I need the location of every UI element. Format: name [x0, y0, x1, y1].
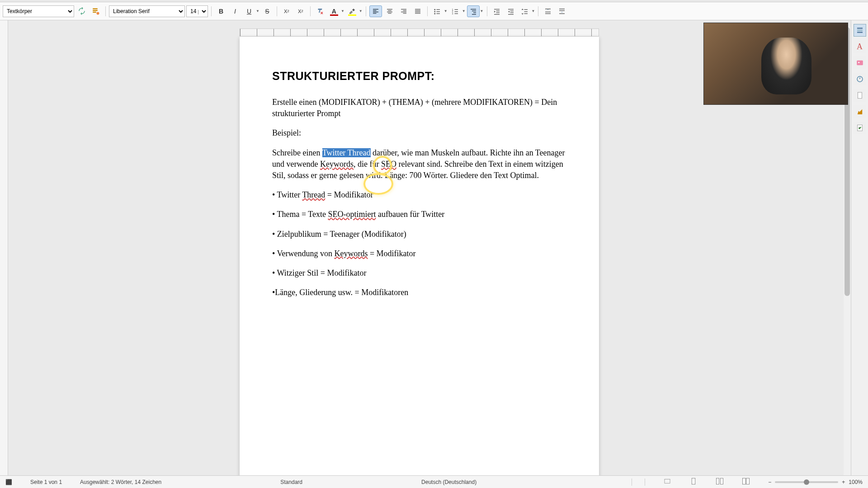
example-paragraph[interactable]: Schreibe einen Twitter Thread darüber, w… [272, 147, 566, 182]
svg-rect-8 [857, 30, 863, 31]
zoom-level-status[interactable]: 100% [849, 479, 863, 485]
view-book-button[interactable] [742, 477, 750, 487]
bullet-5[interactable]: • Witziger Stil = Modifikator [272, 267, 566, 279]
subscript-button[interactable]: X2 [294, 5, 307, 17]
increase-para-spacing-button[interactable] [542, 5, 554, 17]
page-panel-button[interactable] [854, 89, 866, 102]
outline-dropdown[interactable]: ▼ [480, 9, 484, 13]
bullet-3[interactable]: • Zielpublikum = Teenager (Modifikator) [272, 229, 566, 240]
intro-paragraph[interactable]: Erstelle einen (MODIFIKATOR) + (THEMA) +… [272, 97, 566, 119]
svg-point-1 [434, 9, 435, 10]
svg-point-0 [97, 12, 99, 14]
vertical-ruler[interactable] [0, 20, 8, 475]
new-style-button[interactable] [90, 5, 102, 17]
svg-rect-20 [746, 478, 750, 484]
page-title[interactable]: STRUKTURIERTER PROMPT: [272, 68, 566, 84]
page-count-status[interactable]: Seite 1 von 1 [30, 479, 62, 485]
bold-button[interactable]: B [215, 5, 227, 17]
svg-rect-13 [858, 92, 862, 99]
font-color-dropdown[interactable]: ▼ [341, 9, 344, 13]
highlight-color-button[interactable] [346, 5, 359, 17]
svg-point-3 [434, 13, 435, 14]
sidebar-panel: A [851, 20, 868, 475]
zoom-slider[interactable] [775, 481, 838, 483]
underline-button[interactable]: U [243, 5, 255, 17]
bullet-6[interactable]: •Länge, Gliederung usw. = Modifikatoren [272, 287, 566, 298]
font-color-button[interactable]: A [328, 5, 340, 17]
view-single-page-button[interactable] [689, 477, 698, 487]
zoom-in-button[interactable]: + [842, 479, 845, 485]
manage-changes-button[interactable] [854, 122, 866, 134]
svg-rect-16 [692, 478, 696, 484]
beispiel-label[interactable]: Beispiel: [272, 127, 566, 139]
status-bar: ⬛ Seite 1 von 1 Ausgewählt: 2 Wörter, 14… [0, 475, 868, 488]
language-status[interactable]: Deutsch (Deutschland) [421, 479, 476, 485]
update-style-button[interactable] [75, 5, 88, 17]
decrease-para-spacing-button[interactable] [556, 5, 568, 17]
align-left-button[interactable] [369, 5, 382, 17]
increase-indent-button[interactable] [491, 5, 503, 17]
outline-button[interactable] [467, 5, 480, 17]
save-indicator-icon: ⬛ [5, 479, 12, 485]
style-inspector-button[interactable] [854, 105, 866, 118]
svg-text:3: 3 [452, 12, 453, 14]
zoom-out-button[interactable]: − [768, 479, 771, 485]
italic-button[interactable]: I [229, 5, 241, 17]
bullet-list-dropdown[interactable]: ▼ [444, 9, 448, 13]
page-style-status[interactable]: Standard [280, 479, 302, 485]
svg-rect-19 [743, 478, 746, 484]
decrease-indent-button[interactable] [505, 5, 517, 17]
font-name-select[interactable]: Liberation Serif [109, 5, 185, 17]
svg-rect-18 [721, 478, 723, 484]
selected-text[interactable]: Twitter Thread [322, 148, 371, 157]
paragraph-style-select[interactable]: Textkörper [3, 5, 74, 17]
superscript-button[interactable]: X2 [280, 5, 293, 17]
svg-rect-10 [857, 61, 863, 66]
webcam-overlay [703, 23, 848, 105]
view-multi-page-button[interactable] [716, 477, 724, 487]
bullet-1[interactable]: • Twitter Thread = Modifikator [272, 189, 566, 201]
align-justify-button[interactable] [411, 5, 424, 17]
numbered-list-dropdown[interactable]: ▼ [462, 9, 466, 13]
svg-rect-7 [857, 28, 863, 29]
underline-dropdown[interactable]: ▼ [256, 9, 259, 13]
bullet-list-button[interactable] [431, 5, 443, 17]
bullet-2[interactable]: • Thema = Texte SEO-optimiert aufbauen f… [272, 209, 566, 220]
svg-point-2 [434, 11, 435, 12]
numbered-list-button[interactable]: 123 [449, 5, 462, 17]
bullet-4[interactable]: • Verwendung von Keywords = Modifikator [272, 248, 566, 259]
styles-panel-button[interactable]: A [854, 40, 866, 53]
strikethrough-button[interactable]: S [261, 5, 274, 17]
selection-status: Ausgewählt: 2 Wörter, 14 Zeichen [80, 479, 161, 485]
svg-point-11 [858, 62, 859, 63]
font-size-select[interactable]: 14 pt [186, 5, 208, 17]
selection-mode-status[interactable] [632, 479, 645, 486]
signature-status[interactable] [663, 477, 671, 487]
navigator-panel-button[interactable] [854, 73, 866, 85]
line-spacing-button[interactable] [519, 5, 531, 17]
properties-panel-button[interactable] [854, 24, 866, 37]
line-spacing-dropdown[interactable]: ▼ [532, 9, 535, 13]
document-page[interactable]: STRUKTURIERTER PROMPT: Erstelle einen (M… [240, 37, 599, 475]
horizontal-ruler[interactable] [240, 28, 599, 37]
gallery-panel-button[interactable] [854, 56, 866, 69]
svg-rect-9 [857, 32, 863, 33]
align-right-button[interactable] [397, 5, 410, 17]
svg-rect-17 [717, 478, 719, 484]
clear-formatting-button[interactable] [314, 5, 326, 17]
highlight-color-dropdown[interactable]: ▼ [359, 9, 363, 13]
formatting-toolbar: Textkörper Liberation Serif 14 pt B I U … [0, 2, 868, 20]
align-center-button[interactable] [383, 5, 396, 17]
svg-rect-15 [665, 479, 670, 483]
